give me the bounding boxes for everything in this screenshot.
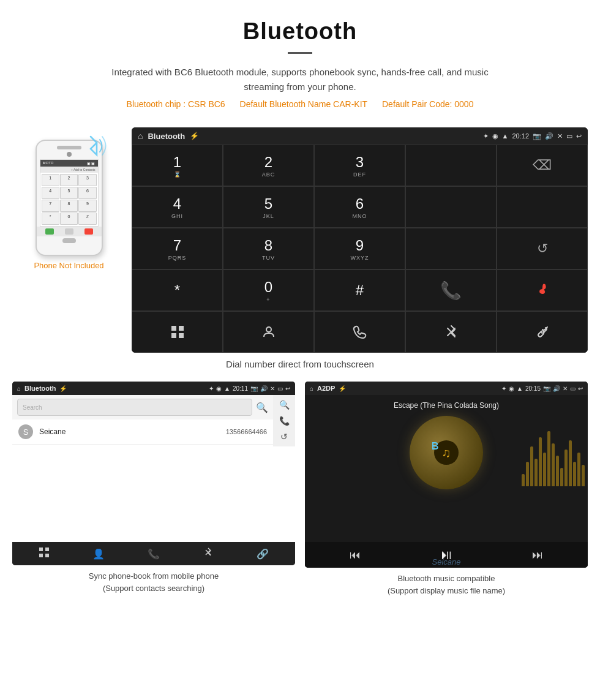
call-red-button[interactable] xyxy=(497,269,588,311)
key-0[interactable]: 0+ xyxy=(223,269,314,311)
main-section: MOTO ▣ ▣ + Add to Contacts 1 2 3 4 5 6 7… xyxy=(0,127,600,353)
page-title: Bluetooth xyxy=(12,18,588,45)
key-backspace[interactable]: ⌫ xyxy=(497,145,588,186)
bottom-phone-icon[interactable] xyxy=(314,311,405,353)
bt-chip: Bluetooth chip : CSR BC6 xyxy=(127,99,225,109)
eq-bar xyxy=(552,443,555,486)
key-star[interactable]: * xyxy=(132,269,223,311)
phone-bottom-bar xyxy=(37,227,102,236)
table-row[interactable]: S Seicane 13566664466 xyxy=(12,420,273,445)
key-2[interactable]: 2ABC xyxy=(223,145,314,186)
contacts-bt-icon: ✦ xyxy=(209,385,214,392)
contacts-bottom-bar: 👤 📞 🔗 xyxy=(12,542,295,565)
music-usb-icon: ⚡ xyxy=(339,385,346,392)
contacts-grid-icon[interactable] xyxy=(39,547,50,560)
eq-bar xyxy=(569,440,572,486)
contacts-android-screen: ⌂ Bluetooth ⚡ ✦ ◉ ▲ 20:11 📷 🔊 ✕ ▭ ↩ xyxy=(12,382,295,565)
contacts-link-bottom-icon[interactable]: 🔗 xyxy=(257,548,269,560)
bottom-screenshots: ⌂ Bluetooth ⚡ ✦ ◉ ▲ 20:11 📷 🔊 ✕ ▭ ↩ xyxy=(0,382,600,609)
contacts-close[interactable]: ✕ xyxy=(270,385,275,392)
key-7[interactable]: 7PQRS xyxy=(132,228,223,269)
contacts-time: 20:11 xyxy=(233,385,248,392)
contacts-layout[interactable]: ▭ xyxy=(277,385,283,392)
eq-bar xyxy=(577,453,580,486)
page-header: Bluetooth Integrated with BC6 Bluetooth … xyxy=(0,0,600,127)
contacts-body: Search 🔍 S Seicane 13566664466 🔍 📞 xyxy=(12,395,295,542)
music-back[interactable]: ↩ xyxy=(578,385,583,392)
key-4[interactable]: 4GHI xyxy=(132,186,223,228)
phone-area: MOTO ▣ ▣ + Add to Contacts 1 2 3 4 5 6 7… xyxy=(12,127,126,270)
key-5[interactable]: 5JKL xyxy=(223,186,314,228)
phone-keypad: 1 2 3 4 5 6 7 8 9 * 0 # xyxy=(40,173,98,226)
bt-signal-waves xyxy=(78,130,109,165)
contacts-user-icon[interactable]: 👤 xyxy=(92,548,105,560)
key-hash[interactable]: # xyxy=(314,269,405,311)
contacts-phone-sidebar-icon[interactable]: 📞 xyxy=(279,416,290,426)
home-icon[interactable]: ⌂ xyxy=(138,131,143,141)
svg-rect-6 xyxy=(45,548,49,551)
key-9[interactable]: 9WXYZ xyxy=(314,228,405,269)
back-icon[interactable]: ↩ xyxy=(576,132,582,140)
contacts-refresh-icon[interactable]: ↺ xyxy=(280,432,288,442)
music-body-wrapper: Escape (The Pina Colada Song) ♫ ʙ ⏮ xyxy=(305,395,588,568)
bottom-grid-icon[interactable] xyxy=(132,311,223,353)
eq-bar xyxy=(539,437,542,486)
search-bar-row: Search 🔍 xyxy=(12,395,273,420)
eq-bar xyxy=(560,468,563,486)
music-note-icon: ♫ xyxy=(442,446,451,460)
svg-rect-5 xyxy=(39,548,43,551)
key-1[interactable]: 1⌛ xyxy=(132,145,223,186)
empty-1 xyxy=(405,145,497,186)
contacts-signal: ▲ xyxy=(224,385,230,392)
layout-icon[interactable]: ▭ xyxy=(566,132,572,140)
usb-icon: ⚡ xyxy=(190,132,199,140)
next-track-button[interactable]: ⏭ xyxy=(532,549,543,562)
contacts-search-icon[interactable]: 🔍 xyxy=(279,400,290,410)
key-8[interactable]: 8TUV xyxy=(223,228,314,269)
eq-bar xyxy=(582,465,585,486)
dial-grid: 1⌛ 2ABC 3DEF ⌫ 4GHI 5JKL 6MNO 7PQRS 8TUV… xyxy=(132,145,588,353)
music-close[interactable]: ✕ xyxy=(563,385,568,392)
key-refresh[interactable]: ↺ xyxy=(497,228,588,269)
svg-point-4 xyxy=(266,327,271,332)
svg-rect-0 xyxy=(171,326,176,331)
bt-icon: ✦ xyxy=(483,132,489,140)
album-art: ♫ ʙ xyxy=(410,416,483,489)
contacts-loc-icon: ◉ xyxy=(216,385,222,392)
call-green-button[interactable]: 📞 xyxy=(405,269,497,311)
eq-bar xyxy=(556,456,559,486)
music-loc-icon: ◉ xyxy=(509,385,514,392)
search-icon[interactable]: 🔍 xyxy=(256,402,268,413)
svg-rect-7 xyxy=(39,554,43,557)
eq-bar xyxy=(530,446,533,486)
bt-name: Default Bluetooth Name CAR-KIT xyxy=(240,99,368,109)
eq-bar xyxy=(534,459,538,486)
svg-rect-8 xyxy=(45,554,49,557)
contacts-topbar-title: Bluetooth xyxy=(24,385,56,392)
prev-track-button[interactable]: ⏮ xyxy=(350,549,361,562)
bottom-link-icon[interactable] xyxy=(497,311,588,353)
music-caption: Bluetooth music compatible (Support disp… xyxy=(305,573,588,597)
contacts-back[interactable]: ↩ xyxy=(285,385,290,392)
key-6[interactable]: 6MNO xyxy=(314,186,405,228)
contacts-call-icon[interactable]: 📞 xyxy=(148,548,160,560)
music-topbar: ⌂ A2DP ⚡ ✦ ◉ ▲ 20:15 📷 🔊 ✕ ▭ ↩ xyxy=(305,382,588,395)
title-divider xyxy=(288,52,312,54)
music-home-icon[interactable]: ⌂ xyxy=(310,385,313,392)
contacts-cam: 📷 xyxy=(250,385,258,392)
music-layout[interactable]: ▭ xyxy=(570,385,576,392)
bottom-bluetooth-icon[interactable] xyxy=(405,311,497,353)
bt-pair: Default Pair Code: 0000 xyxy=(382,99,473,109)
search-input[interactable]: Search xyxy=(17,399,252,416)
eq-bar xyxy=(573,462,576,486)
key-3[interactable]: 3DEF xyxy=(314,145,405,186)
phone-screen: MOTO ▣ ▣ + Add to Contacts 1 2 3 4 5 6 7… xyxy=(40,159,99,227)
bottom-contact-icon[interactable] xyxy=(223,311,314,353)
contacts-home-icon[interactable]: ⌂ xyxy=(17,385,21,392)
contacts-usb-icon: ⚡ xyxy=(59,385,67,392)
contacts-bt-bottom-icon[interactable] xyxy=(203,547,214,560)
close-icon[interactable]: ✕ xyxy=(557,132,563,140)
eq-bar xyxy=(526,462,529,486)
subtitle-text: Integrated with BC6 Bluetooth module, su… xyxy=(110,65,490,94)
eq-bar xyxy=(522,474,525,486)
